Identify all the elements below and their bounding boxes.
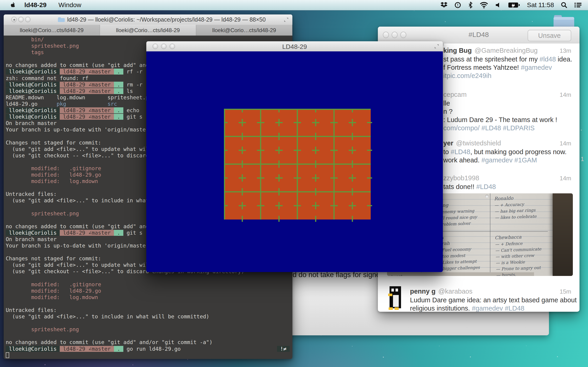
tweet-author[interactable]: penny g <box>410 288 435 295</box>
terminal-tab-3[interactable]: lloeki@Corio…cts/ld48-29 <box>196 25 292 35</box>
hashtag-link[interactable]: #ld48 <box>540 56 556 63</box>
menu-item-window[interactable]: Window <box>59 1 82 9</box>
star <box>581 130 582 131</box>
tweet-handle[interactable]: @GameBreakingBug <box>475 47 537 54</box>
folder-icon <box>58 17 65 23</box>
hashtag-link[interactable]: #LD48 <box>451 148 470 156</box>
terminal-line: spritesheet.png <box>6 326 292 333</box>
twitter-titlebar[interactable]: #LD48 Unsave <box>378 27 579 43</box>
game-titlebar[interactable]: LD48-29 <box>146 41 443 52</box>
photo-background <box>553 193 573 276</box>
terminal-tab-2[interactable]: lloeki@Corio…cts/ld48-29 <box>100 25 196 35</box>
tweet-text: religious institutions. #gamedev #LD48 <box>410 304 579 312</box>
tweet-text: : Ludum Dare 29 - The teams at work ! <box>443 116 579 124</box>
star <box>439 346 440 346</box>
hashtag-link[interactable]: #LD48 <box>505 305 524 312</box>
star <box>470 357 471 357</box>
star <box>383 357 384 358</box>
svg-text:!: ! <box>457 3 458 7</box>
hashtag-link[interactable]: #gamedev <box>481 156 512 164</box>
fullscreen-icon[interactable] <box>283 17 289 23</box>
minimize-icon[interactable] <box>18 17 24 22</box>
tweet-timestamp: 14m <box>560 91 571 98</box>
hashtag-link[interactable]: #LD48 <box>481 124 501 132</box>
tweet-text: n ? <box>443 107 579 116</box>
tweet-timestamp: 15m <box>560 288 571 295</box>
tweet-text: f Fortress meets Yahtzee! #gamedev <box>443 63 579 72</box>
tweet-handle[interactable]: @twistedshield <box>456 140 501 147</box>
hashtag-link[interactable]: itpic.com/e249ih <box>443 72 492 79</box>
zoom-icon[interactable] <box>25 17 31 22</box>
tweet-handle[interactable]: @karabaos <box>438 288 473 295</box>
notification-center-icon[interactable] <box>574 2 582 8</box>
tweet-text: lle <box>443 99 579 107</box>
tweet-text: tats done!! #LD48 <box>443 183 579 191</box>
battery-icon[interactable] <box>508 2 520 8</box>
tweet-timestamp: 14m <box>560 175 571 182</box>
volume-icon[interactable] <box>495 2 501 8</box>
terminal-line: no changes added to commit (use "git add… <box>6 339 292 346</box>
terminal-line: modified: ld48-29.go <box>6 288 292 294</box>
star <box>187 359 188 360</box>
terminal-cursor <box>6 352 9 358</box>
terminal-tabbar: lloeki@Corio…cts/ld48-29 lloeki@Corio…ct… <box>4 25 292 35</box>
tweet-text: Ludum Dare game idea: an artsy text base… <box>410 296 579 304</box>
hashtag-link[interactable]: #LDPARIS <box>503 124 535 132</box>
time-machine-icon[interactable]: ! <box>454 2 461 8</box>
star <box>445 21 446 22</box>
tweet-text: to #LD48, but making good progress now. <box>443 148 579 156</box>
photo-note-column: Ronaldo— + Accuracy— has big ear rings— … <box>494 194 536 221</box>
tweet-text: com/compo/ #LD48 #LDPARIS <box>443 124 579 132</box>
dropbox-icon[interactable] <box>441 2 447 8</box>
spotlight-icon[interactable] <box>561 2 567 8</box>
menu-clock[interactable]: Sat 11:58 <box>527 1 554 9</box>
terminal-line <box>6 301 292 307</box>
terminal-line: modified: log.mdown <box>6 294 292 301</box>
terminal-line: modified: .gitignore <box>6 282 292 288</box>
star <box>414 10 414 11</box>
tweet-author[interactable]: king Bug <box>443 47 472 54</box>
terminal-line <box>6 320 292 326</box>
hashtag-link[interactable]: com/compo/ <box>443 124 480 132</box>
close-icon[interactable] <box>11 17 17 22</box>
game-window: LD48-29 <box>146 41 443 272</box>
hashtag-link[interactable]: #gamedev <box>472 305 503 312</box>
bluetooth-icon[interactable] <box>468 2 473 8</box>
wifi-icon[interactable] <box>480 2 488 8</box>
terminal-line: Untracked files: <box>6 307 292 314</box>
menu-app-name[interactable]: ld48-29 <box>24 1 47 9</box>
tweet-timestamp: 14m <box>560 140 571 147</box>
hashtag-link[interactable]: #1GAM <box>515 156 537 164</box>
fullscreen-icon[interactable] <box>434 43 440 49</box>
spritesheet-grid <box>222 106 373 223</box>
tweet: penny g@karabaos15mLudum Dare game idea:… <box>378 288 579 312</box>
photo-note-column: Chewbacca— + Defence— Can't communicate—… <box>495 234 542 276</box>
apple-menu-icon[interactable] <box>10 2 16 8</box>
terminal-title: ld48-29 — lloeki@Coriolis: ~/Workspace/p… <box>67 16 266 23</box>
star <box>557 356 558 357</box>
tweet-text: itpic.com/e249ih <box>443 72 579 80</box>
unsave-button[interactable]: Unsave <box>527 30 571 41</box>
terminal-line: lloeki@Coriolis ld48-29 ∠master . go run… <box>6 346 292 352</box>
star <box>44 364 45 365</box>
star <box>532 21 533 22</box>
screen: d do not take flags for signe 1 #LD48 Un… <box>0 0 588 367</box>
terminal-line <box>6 333 292 339</box>
terminal-line <box>6 275 292 281</box>
hashtag-link[interactable]: #gamedev <box>521 64 552 71</box>
desktop-stray-label: 1 <box>581 156 584 163</box>
tweet-text: work ahead. #gamedev #1GAM <box>443 156 579 164</box>
tweet-handle[interactable]: zzybob1998 <box>443 174 479 182</box>
terminal-titlebar[interactable]: ld48-29 — lloeki@Coriolis: ~/Workspace/p… <box>4 15 292 25</box>
tweet-timestamp: 13m <box>560 47 571 54</box>
terminal-tab-1[interactable]: lloeki@Corio…cts/ld48-29 <box>4 25 100 35</box>
game-canvas[interactable] <box>146 51 443 272</box>
star <box>132 365 133 365</box>
game-window-title: LD48-29 <box>146 43 443 50</box>
tweet-author[interactable]: yer <box>443 140 453 147</box>
penguin-avatar <box>387 286 404 311</box>
star <box>501 10 502 11</box>
tweet-text: st pass at the spritesheet for my #ld48 … <box>443 55 579 63</box>
tweet-handle[interactable]: cepcam <box>443 91 467 98</box>
hashtag-link[interactable]: #LD48 <box>476 183 496 190</box>
